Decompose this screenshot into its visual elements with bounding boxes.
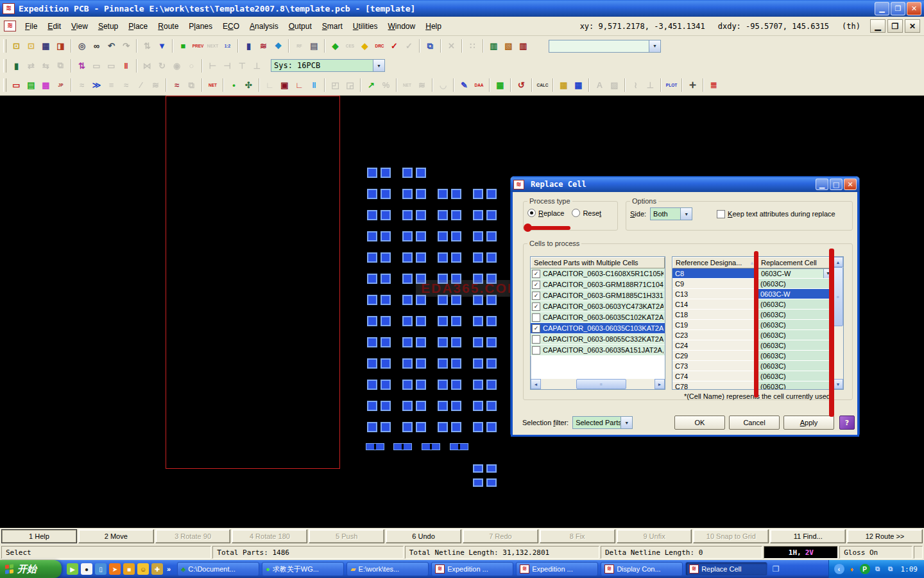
dialog-title-bar[interactable]: ≋ Replace Cell ▁ □ ✕ (511, 177, 859, 192)
layer-pair-icon[interactable]: 1:2 (220, 39, 235, 53)
scroll-right-icon[interactable]: ► (654, 379, 665, 389)
part-row[interactable]: ✓CAPACITOR_0603-GRM188R71C104K (531, 279, 665, 290)
parts-hscrollbar[interactable]: ◄ ≡ ► (531, 379, 665, 389)
fnkey-6[interactable]: 6 Undo (386, 529, 461, 543)
measure-icon[interactable]: ▭ (9, 78, 24, 92)
start-button[interactable]: 开始 (0, 560, 62, 578)
chevron-down-icon[interactable]: ▼ (649, 40, 660, 52)
ref-designator-cell[interactable]: C13 (672, 289, 758, 299)
edit-props-icon[interactable]: ✎ (457, 78, 472, 92)
part-row[interactable]: CAPACITOR_0603-08055C332KAT2A, (531, 334, 665, 345)
fnkey-1[interactable]: 1 Help (1, 529, 77, 543)
menu-window[interactable]: Window (383, 20, 421, 33)
plot-icon[interactable]: PLOT (664, 78, 679, 92)
menu-route[interactable]: Route (153, 20, 184, 33)
part-select-icon[interactable]: ▮ (9, 59, 24, 73)
replacement-cell[interactable]: (0603C) (758, 310, 833, 320)
tray-network-2-icon[interactable]: ⧉ (886, 564, 896, 574)
messenger-icon[interactable]: ☺ (137, 563, 149, 575)
menu-output[interactable]: Output (284, 20, 317, 33)
scheme-combo[interactable]: Sys: 16PCB ▼ (271, 59, 385, 72)
open-icon[interactable]: ⊡ (9, 39, 24, 53)
tray-eda-icon[interactable]: P (860, 564, 870, 574)
replacement-cell[interactable]: (0603C) (758, 340, 833, 351)
ref-designator-cell[interactable]: C14 (672, 299, 758, 310)
replacement-cell-combo[interactable]: 0603C-W▼ (758, 268, 833, 279)
origin-icon[interactable]: ✛ (685, 78, 700, 92)
fnkey-11[interactable]: 11 Find... (770, 529, 846, 543)
part-checkbox[interactable] (532, 335, 540, 344)
qq-icon[interactable]: ● (81, 563, 92, 575)
taskbar-toolbar-icon[interactable]: ❐ (770, 563, 782, 575)
chevron-down-icon[interactable]: ▼ (680, 208, 692, 220)
side-combo[interactable]: Both ▼ (650, 207, 692, 220)
find-icon[interactable]: ∞ (89, 39, 104, 53)
ref-designator-cell[interactable]: C73 (672, 361, 758, 371)
backout-icon[interactable]: ↺ (514, 78, 529, 92)
selection-filter-combo[interactable]: Selected Parts ▼ (572, 416, 633, 429)
keep-text-checkbox[interactable] (717, 210, 725, 218)
replacement-cell[interactable]: (0603C) (758, 330, 833, 340)
ok-button[interactable]: OK (674, 416, 725, 430)
open-sample-icon[interactable]: ⊡ (24, 39, 38, 53)
part-checkbox[interactable] (532, 313, 540, 322)
taskbar-task[interactable]: ≋Replace Cell (685, 562, 767, 576)
layer-display-icon[interactable]: ▤ (24, 78, 38, 92)
menu-planes[interactable]: Planes (184, 20, 218, 33)
part-row[interactable]: ✓CAPACITOR_0603-C1608X5R1C105K, (531, 268, 665, 279)
replacement-cell[interactable]: (0603C) (758, 351, 833, 361)
route-dot-icon[interactable]: • (227, 78, 241, 92)
tray-flash-icon[interactable]: ♦ (847, 564, 857, 574)
replacement-cell-header[interactable]: Replacement Cell (758, 257, 833, 268)
flashget-icon[interactable]: ➤ (109, 563, 121, 575)
dialog-close-button[interactable]: ✕ (844, 179, 857, 190)
save-icon[interactable]: ▦ (38, 39, 53, 53)
ref-designator-cell[interactable]: C74 (672, 371, 758, 381)
prev-icon[interactable]: PREV (191, 39, 205, 53)
menu-analysis[interactable]: Analysis (244, 20, 284, 33)
hscroll-thumb[interactable]: ≡ (576, 379, 626, 389)
taskbar-task[interactable]: ▰E:\work\tes... (346, 562, 429, 576)
layer-stack-icon[interactable]: ▮ (241, 39, 256, 53)
dialog-minimize-button[interactable]: ▁ (816, 179, 828, 190)
fnkey-12[interactable]: 12 Route >> (847, 529, 923, 543)
layer-list-icon[interactable]: ≣ (706, 78, 721, 92)
tray-collapse-icon[interactable]: ‹ (834, 564, 844, 574)
dialog-maximize-button[interactable]: □ (830, 179, 843, 190)
library-icon[interactable]: ▥ (486, 39, 501, 53)
ref-designator-cell[interactable]: C23 (672, 330, 758, 340)
via-pattern-icon[interactable]: ✣ (241, 78, 256, 92)
view-3d-icon[interactable]: ❖ (271, 39, 286, 53)
ref-designator-header[interactable]: Reference Designa... ▲ (672, 257, 758, 268)
replacement-cell[interactable]: (0603C) (758, 361, 833, 371)
part-checkbox[interactable]: ✓ (532, 324, 540, 333)
ref-designator-cell[interactable]: C78 (672, 381, 758, 390)
artwork-icon[interactable]: ▧ (501, 39, 516, 53)
replacement-cell[interactable]: (0603C) (758, 299, 833, 310)
menu-setup[interactable]: Setup (93, 20, 123, 33)
replace-radio[interactable] (527, 209, 536, 217)
quick-launch-overflow-chevron[interactable]: » (167, 565, 171, 573)
ref-designator-cell[interactable]: C9 (672, 279, 758, 289)
part-row[interactable]: CAPACITOR_0603-06035C102KAT2A, (531, 312, 665, 323)
route-ok-icon[interactable]: ◆ (328, 39, 343, 53)
drc-check-icon[interactable]: ✓ (387, 39, 402, 53)
replacement-cell[interactable]: 0603C-W (758, 289, 833, 299)
restore-button[interactable]: ❐ (891, 2, 905, 15)
part-checkbox[interactable]: ✓ (532, 281, 540, 289)
menu-utilities[interactable]: Utilities (348, 20, 383, 33)
report-icon[interactable]: ▤ (307, 39, 321, 53)
move-net-icon[interactable]: ↗ (364, 78, 379, 92)
part-row[interactable]: ✓CAPACITOR_0603-06035C103KAT2A, (531, 323, 665, 334)
scroll-down-icon[interactable]: ▼ (833, 379, 843, 389)
fnkey-2[interactable]: 2 Move (78, 529, 154, 543)
menu-place[interactable]: Place (123, 20, 153, 33)
dictionary-icon[interactable]: ▥ (516, 39, 531, 53)
table-pins-icon[interactable]: ▦ (571, 78, 586, 92)
part-checkbox[interactable]: ✓ (532, 292, 540, 300)
cancel-button[interactable]: Cancel (729, 416, 780, 430)
mdi-close-button[interactable]: ✕ (905, 19, 920, 33)
copy-icon[interactable]: ⧉ (423, 39, 438, 53)
layer-swap-icon[interactable]: ⇅ (74, 59, 89, 73)
chevron-down-icon[interactable]: ▼ (620, 417, 632, 428)
